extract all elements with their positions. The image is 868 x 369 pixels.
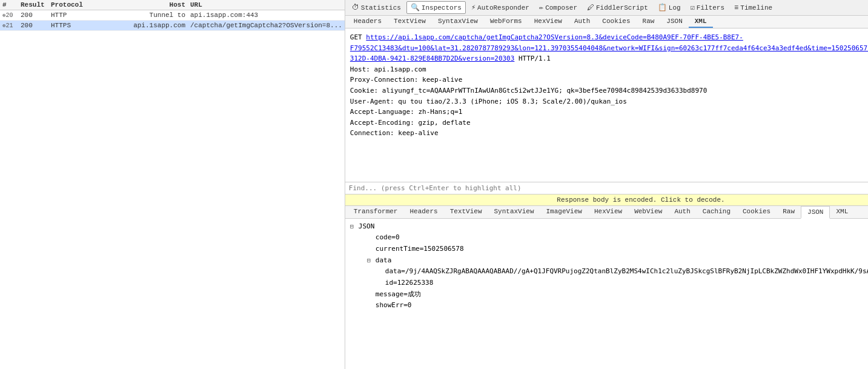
resp-tab-caching[interactable]: Caching: [697, 206, 737, 218]
right-panel: ⏱ Statistics 🔍 Inspectors ⚡ AutoResponde…: [345, 0, 868, 369]
resp-tab-cookies[interactable]: Cookies: [737, 206, 777, 218]
request-header-connection: Connection: keep-alive: [350, 129, 439, 137]
request-header-cookie: Cookie: aliyungf_tc=AQAAAPrWTTnIAwUAn8Gt…: [350, 87, 707, 95]
toolbar-fiddlerscript[interactable]: 🖊 FiddlerScript: [583, 1, 652, 14]
request-header-proxy: Proxy-Connection: keep-alive: [350, 76, 462, 84]
json-expand-data[interactable]: ⊟: [367, 255, 376, 265]
row-url: api.1sapp.com:443: [190, 12, 342, 19]
tab-raw[interactable]: Raw: [637, 16, 661, 28]
row-icon: ⊕: [2, 23, 5, 29]
table-header: # Result Protocol Host URL: [0, 0, 345, 10]
statistics-icon: ⏱: [352, 3, 359, 12]
json-data-data-node: data =/9j/4AAQSkZJRgABAQAAAQABAAD//gA+Q1…: [369, 266, 868, 278]
toolbar-composer-label: Composer: [545, 4, 577, 12]
toolbar-fiddlerscript-label: FiddlerScript: [596, 4, 648, 12]
table-row[interactable]: ⊕21 200 HTTPS api.1sapp.com /captcha/get…: [0, 21, 345, 31]
json-data-children: data =/9j/4AAQSkZJRgABAQAAAQABAAD//gA+Q1…: [360, 266, 868, 288]
row-hash: ⊕20: [2, 12, 21, 19]
col-protocol-header: Protocol: [51, 1, 93, 8]
resp-tab-webview[interactable]: WebView: [628, 206, 668, 218]
request-url[interactable]: https://api.1sapp.com/captcha/getImgCapt…: [350, 33, 868, 62]
toolbar-timeline[interactable]: ≡ Timeline: [730, 2, 777, 14]
row-icon: ⊕: [2, 13, 5, 19]
toolbar-timeline-label: Timeline: [740, 4, 772, 12]
resp-tab-json[interactable]: JSON: [801, 206, 830, 219]
json-currenttime-key: currentTime: [376, 244, 420, 255]
row-protocol: HTTP: [51, 12, 93, 19]
row-protocol: HTTPS: [51, 22, 93, 29]
request-content: GET https://api.1sapp.com/captcha/getImg…: [345, 28, 868, 182]
tab-auth[interactable]: Auth: [568, 16, 596, 28]
json-showerr-node: showErr =0: [360, 300, 868, 311]
request-header-encoding: Accept-Encoding: gzip, deflate: [350, 119, 471, 127]
autoresponder-icon: ⚡: [471, 3, 475, 12]
resp-tab-syntaxview[interactable]: SyntaxView: [488, 206, 540, 218]
json-message-key: message: [376, 289, 403, 301]
resp-tab-transformer[interactable]: Transformer: [348, 206, 404, 218]
main-container: # Result Protocol Host URL ⊕20 200 HTTP …: [0, 0, 868, 369]
timeline-icon: ≡: [734, 4, 738, 12]
toolbar-statistics[interactable]: ⏱ Statistics: [348, 1, 405, 14]
row-url: /captcha/getImgCaptcha2?OSVersion=8...: [190, 22, 342, 29]
toolbar-composer[interactable]: ✏️ Composer: [535, 1, 581, 14]
composer-icon: ✏️: [539, 3, 543, 12]
json-data-data-value: =/9j/4AAQSkZJRgABAQAAAQABAAD//gA+Q1JFQVR…: [401, 266, 868, 278]
toolbar-log-label: Log: [669, 4, 681, 12]
tab-json[interactable]: JSON: [660, 16, 688, 28]
row-host: Tunnel to: [93, 12, 190, 19]
request-method: GET: [350, 33, 366, 41]
json-data-id-value: =122625338: [393, 278, 433, 289]
toolbar-filters-label: Filters: [697, 4, 724, 12]
json-root: ⊟ JSON: [350, 221, 868, 233]
toolbar-filters[interactable]: ☑ Filters: [686, 1, 729, 14]
json-showerr-key: showErr: [376, 300, 403, 311]
request-header-lang: Accept-Language: zh-Hans;q=1: [350, 108, 462, 116]
col-host-header: Host: [93, 1, 190, 8]
inspectors-icon: 🔍: [411, 3, 420, 12]
tab-headers[interactable]: Headers: [348, 16, 388, 28]
json-message-node: message =成功: [360, 289, 868, 301]
tab-hexview[interactable]: HexView: [528, 16, 568, 28]
tab-cookies[interactable]: Cookies: [596, 16, 636, 28]
col-result-header: Result: [21, 1, 51, 8]
find-input[interactable]: [345, 182, 868, 194]
toolbar-autoresponder[interactable]: ⚡ AutoResponder: [467, 1, 534, 14]
request-protocol: HTTP/1.1: [518, 55, 551, 62]
json-data-id-key: id: [385, 278, 393, 289]
resp-tab-textview[interactable]: TextView: [444, 206, 488, 218]
json-message-value: =成功: [403, 289, 421, 301]
tab-xml[interactable]: XML: [689, 16, 713, 28]
log-icon: 📋: [658, 3, 667, 12]
json-data-key: data: [376, 255, 392, 267]
json-currenttime-node: currentTime =1502506578: [360, 244, 868, 255]
table-row[interactable]: ⊕20 200 HTTP Tunnel to api.1sapp.com:443: [0, 10, 345, 21]
json-expand-root[interactable]: ⊟: [350, 221, 359, 231]
tab-textview[interactable]: TextView: [388, 16, 432, 28]
encode-bar[interactable]: Response body is encoded. Click to decod…: [345, 194, 868, 206]
toolbar-log[interactable]: 📋 Log: [654, 1, 685, 14]
tab-webforms[interactable]: WebForms: [484, 16, 528, 28]
tab-syntaxview[interactable]: SyntaxView: [432, 16, 484, 28]
row-result: 200: [21, 12, 51, 19]
json-code-value: =0: [391, 232, 399, 244]
find-bar: View in Notepad: [345, 182, 868, 194]
json-data-node: ⊟ data: [360, 255, 868, 267]
fiddlerscript-icon: 🖊: [587, 3, 594, 12]
resp-tab-raw[interactable]: Raw: [777, 206, 801, 218]
json-root-children: code =0 currentTime =1502506578 ⊟ data d…: [350, 232, 868, 311]
toolbar-inspectors-label: Inspectors: [422, 4, 462, 12]
json-code-key: code: [376, 232, 392, 244]
json-root-label: JSON: [359, 221, 375, 233]
toolbar-autoresponder-label: AutoResponder: [477, 4, 529, 12]
request-sub-tabs: Headers TextView SyntaxView WebForms Hex…: [345, 16, 868, 28]
request-header-host: Host: api.1sapp.com: [350, 65, 426, 73]
json-currenttime-value: =1502506578: [420, 244, 464, 255]
resp-tab-hexview[interactable]: HexView: [588, 206, 628, 218]
toolbar-inspectors[interactable]: 🔍 Inspectors: [406, 1, 466, 14]
resp-tab-imageview[interactable]: ImageView: [540, 206, 588, 218]
resp-tab-headers[interactable]: Headers: [403, 206, 443, 218]
json-data-id-node: id =122625338: [369, 278, 868, 289]
resp-tab-auth[interactable]: Auth: [668, 206, 696, 218]
json-tree: ⊟ JSON code =0 currentTime =1502506578 ⊟…: [345, 219, 868, 370]
resp-tab-xml[interactable]: XML: [830, 206, 854, 218]
